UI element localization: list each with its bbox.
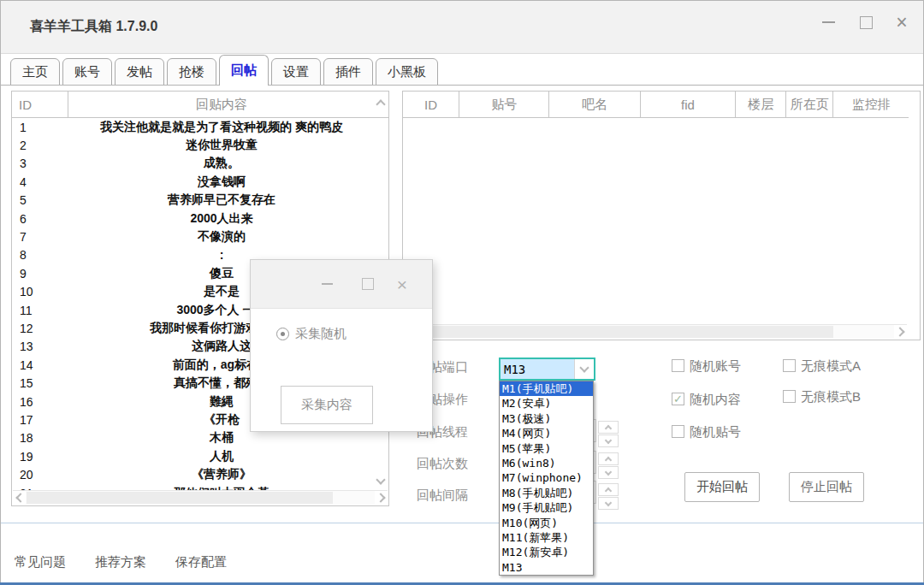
scroll-up-icon[interactable] [375, 97, 387, 109]
dropdown-option[interactable]: M6(win8) [500, 456, 593, 470]
close-icon: × [397, 275, 407, 293]
tab-label: 账号 [74, 64, 100, 80]
dropdown-option[interactable]: M4(网页) [500, 426, 593, 440]
scroll-down-icon[interactable] [375, 475, 387, 487]
scroll-right-icon[interactable] [894, 325, 907, 339]
monitor-header-cell: ID [403, 92, 459, 117]
scroll-right-icon[interactable] [375, 491, 388, 505]
tab[interactable]: 账号 [62, 58, 112, 86]
dropdown-option[interactable]: M9(手机贴吧) [500, 500, 593, 515]
collect-random-radio[interactable] [276, 328, 289, 340]
checkbox-row[interactable]: 无痕模式A [783, 357, 861, 387]
step-up-button[interactable] [598, 452, 619, 465]
tab[interactable]: 抢楼 [167, 58, 216, 86]
table-row[interactable]: 20 《营养师》 [12, 465, 388, 483]
row-content: 不像演的 [68, 229, 375, 245]
dialog-maximize-button[interactable] [355, 260, 381, 308]
step-up-button[interactable] [598, 483, 619, 496]
step-down-button[interactable] [598, 497, 619, 510]
tab[interactable]: 小黑板 [376, 58, 438, 86]
option-label: M7(winphone) [502, 471, 583, 484]
dropdown-option[interactable]: M13 [500, 560, 593, 575]
table-row[interactable]: 19 人机 [12, 447, 388, 465]
checkbox-row[interactable]: ✓ 随机内容 [672, 390, 741, 423]
checkbox[interactable]: ✓ [672, 393, 684, 405]
chevron-up-icon [605, 487, 612, 493]
port-dropdown-list: M1(手机贴吧) M2(安卓) M3(极速) M4(网页) M5(苹果) M6(… [499, 381, 594, 576]
step-down-button[interactable] [598, 434, 619, 447]
row-content: 2000人出来 [68, 211, 375, 227]
close-button[interactable]: × [887, 1, 916, 44]
tab-bar: 主页 账号 发帖 抢楼 回帖 设置 插件 小黑板 [10, 56, 438, 86]
checkbox[interactable] [783, 390, 796, 403]
checkbox-row[interactable]: 无痕模式B [783, 387, 861, 418]
dialog-minimize-button[interactable] [314, 260, 340, 308]
selected-port-value: M13 [500, 359, 574, 379]
footer-link[interactable]: 常见问题 [15, 554, 66, 570]
row-content: 成熟。 [68, 156, 375, 171]
step-up-button[interactable] [598, 421, 619, 434]
tab[interactable]: 设置 [271, 58, 321, 86]
tab[interactable]: 插件 [323, 58, 373, 86]
row-id: 15 [12, 376, 68, 390]
checkbox[interactable] [672, 425, 684, 438]
table-row[interactable]: 4 没拿钱啊 [12, 173, 388, 191]
footer-link[interactable]: 保存配置 [175, 554, 227, 570]
reply-header-content: 回贴内容 [68, 92, 375, 117]
table-row[interactable]: 3 成熟。 [12, 155, 388, 173]
dropdown-option[interactable]: M10(网页) [500, 516, 593, 530]
footer-divider [1, 523, 923, 523]
checkbox-row[interactable]: 随机账号 [672, 357, 741, 390]
dropdown-option[interactable]: M2(安卓) [500, 396, 593, 411]
traceless-options-group: 无痕模式A 无痕模式B [783, 357, 861, 418]
row-id: 6 [12, 212, 68, 226]
tab-label: 设置 [283, 64, 309, 80]
app-window: { "window": { "title": "喜羊羊工具箱 1.7.9.0" … [0, 0, 924, 585]
dropdown-option[interactable]: M8(手机贴吧) [500, 486, 593, 500]
scroll-left-icon[interactable] [13, 491, 26, 505]
table-row[interactable]: 7 不像演的 [12, 228, 388, 245]
dropdown-option[interactable]: M7(winphone) [500, 470, 593, 485]
collect-dialog: × 采集随机 采集内容 [250, 259, 433, 432]
reply-times-stepper [598, 452, 619, 479]
checkbox[interactable] [672, 359, 684, 372]
dropdown-option[interactable]: M1(手机贴吧) [500, 381, 593, 396]
maximize-button[interactable] [851, 1, 880, 44]
dropdown-button[interactable] [574, 359, 594, 379]
dropdown-option[interactable]: M5(苹果) [500, 441, 593, 456]
dialog-close-button[interactable]: × [389, 260, 415, 308]
dropdown-option[interactable]: M11(新苹果) [500, 530, 593, 545]
checkbox[interactable] [783, 359, 796, 372]
reply-threads-stepper [598, 421, 619, 447]
row-id: 3 [12, 157, 68, 170]
app-title: 喜羊羊工具箱 1.7.9.0 [30, 18, 157, 36]
step-down-button[interactable] [598, 466, 619, 479]
tab[interactable]: 发帖 [115, 58, 164, 86]
tab[interactable]: 主页 [10, 58, 60, 86]
stop-reply-button[interactable]: 停止回帖 [789, 472, 864, 502]
dropdown-option[interactable]: M12(新安卓) [500, 545, 593, 559]
tab-label: 发帖 [127, 64, 152, 80]
monitor-vertical-scrollbar[interactable] [909, 92, 920, 340]
option-label: M8(手机贴吧) [502, 487, 573, 499]
monitor-header-cell: 吧名 [549, 92, 640, 117]
reply-horizontal-scrollbar[interactable] [13, 490, 388, 505]
reply-port-select[interactable]: M13 [499, 358, 595, 381]
minimize-button[interactable] [814, 1, 843, 44]
table-row[interactable]: 6 2000人出来 [12, 210, 388, 228]
scrollbar-thumb[interactable] [406, 326, 833, 338]
start-reply-button[interactable]: 开始回帖 [684, 472, 760, 502]
footer-link[interactable]: 推荐方案 [95, 554, 146, 570]
monitor-table-inner: ID 贴号 吧名 fid 楼层 所在页 监控排 [403, 92, 909, 340]
table-row[interactable]: 2 迷你世界牧童 [12, 136, 388, 154]
monitor-horizontal-scrollbar[interactable] [404, 324, 907, 339]
scrollbar-thumb[interactable] [27, 492, 333, 504]
collect-content-button[interactable]: 采集内容 [281, 386, 373, 424]
tab[interactable]: 回帖 [219, 55, 269, 86]
table-row[interactable]: 5 营养师早已不复存在 [12, 192, 388, 210]
table-row[interactable]: 1 我关注他就是就是为了看这种视频的 爽的鸭皮 [12, 118, 388, 136]
tab-label: 小黑板 [388, 64, 426, 80]
checkbox-row[interactable]: 随机贴号 [672, 422, 741, 456]
dropdown-option[interactable]: M3(极速) [500, 411, 593, 426]
row-id: 19 [12, 450, 68, 464]
